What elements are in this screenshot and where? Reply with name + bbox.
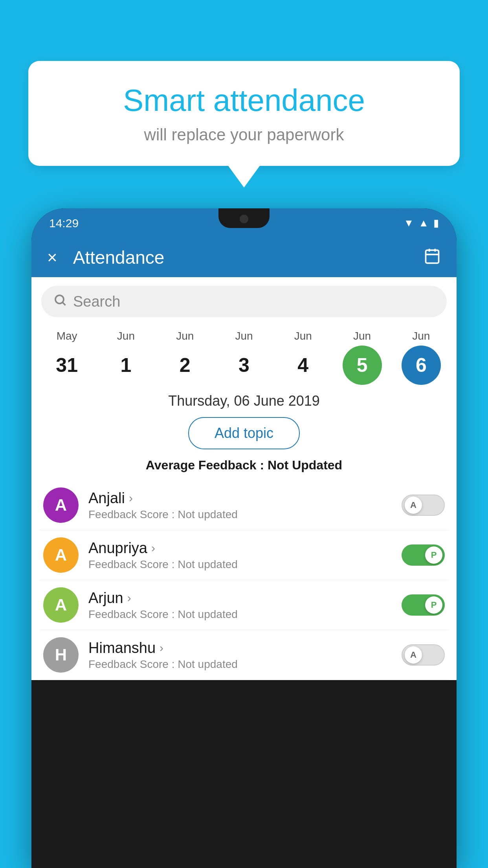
toggle-anupriya[interactable]: P (402, 544, 445, 566)
student-item-arjun[interactable]: A Arjun › Feedback Score : Not updated P (39, 580, 449, 630)
date-may31[interactable]: May 31 (41, 330, 92, 385)
toggle-thumb-himanshu: A (405, 646, 422, 664)
selected-date-label: Thursday, 06 June 2019 (31, 385, 457, 413)
search-placeholder: Search (73, 293, 120, 310)
calendar-icon[interactable] (424, 247, 441, 268)
search-icon (53, 293, 67, 311)
date-jun5[interactable]: Jun 5 (337, 330, 388, 385)
chevron-icon-anupriya: › (151, 541, 155, 555)
feedback-himanshu: Feedback Score : Not updated (88, 658, 402, 671)
date-jun4[interactable]: Jun 4 (277, 330, 328, 385)
date-jun3[interactable]: Jun 3 (218, 330, 270, 385)
toggle-arjun[interactable]: P (402, 594, 445, 616)
chevron-icon-anjali: › (129, 491, 133, 505)
speech-bubble-container: Smart attendance will replace your paper… (28, 61, 460, 188)
student-name-anupriya: Anupriya › (88, 540, 402, 557)
close-button[interactable]: × (47, 248, 57, 267)
toggle-thumb-anjali: A (405, 497, 422, 514)
svg-point-4 (55, 295, 64, 303)
status-icons: ▼ ▲ ▮ (404, 217, 439, 229)
avg-feedback-value: Not Updated (268, 458, 342, 472)
attendance-toggle-anjali[interactable]: A (402, 495, 445, 516)
feedback-anjali: Feedback Score : Not updated (88, 508, 402, 521)
student-item-anjali[interactable]: A Anjali › Feedback Score : Not updated … (39, 480, 449, 530)
student-name-arjun: Arjun › (88, 590, 402, 607)
toggle-himanshu[interactable]: A (402, 644, 445, 666)
student-info-anupriya: Anupriya › Feedback Score : Not updated (88, 540, 402, 571)
signal-icon: ▲ (418, 217, 429, 229)
phone-content: Search May 31 Jun 1 Jun 2 Jun 3 Jun 4 (31, 277, 457, 680)
speech-bubble: Smart attendance will replace your paper… (28, 61, 460, 166)
chevron-icon-himanshu: › (160, 641, 163, 655)
toggle-thumb-anupriya: P (425, 546, 442, 564)
avg-feedback: Average Feedback : Not Updated (31, 453, 457, 480)
attendance-toggle-arjun[interactable]: P (402, 594, 445, 616)
student-item-himanshu[interactable]: H Himanshu › Feedback Score : Not update… (39, 630, 449, 680)
app-header: × Attendance (31, 238, 457, 277)
wifi-icon: ▼ (404, 217, 414, 229)
feedback-arjun: Feedback Score : Not updated (88, 608, 402, 621)
speech-bubble-tail (228, 166, 260, 188)
date-jun2[interactable]: Jun 2 (160, 330, 211, 385)
toggle-thumb-arjun: P (425, 596, 442, 614)
svg-line-5 (63, 302, 66, 305)
avatar-himanshu: H (43, 637, 79, 673)
date-jun1[interactable]: Jun 1 (100, 330, 151, 385)
avg-feedback-label: Average Feedback : (146, 458, 264, 472)
date-jun6[interactable]: Jun 6 (396, 330, 447, 385)
student-name-anjali: Anjali › (88, 490, 402, 507)
add-topic-button[interactable]: Add topic (188, 417, 300, 449)
attendance-toggle-anupriya[interactable]: P (402, 544, 445, 566)
phone-frame: 14:29 ▼ ▲ ▮ × Attendance (31, 208, 457, 868)
status-time: 14:29 (49, 217, 79, 230)
avatar-arjun: A (43, 587, 79, 623)
search-bar[interactable]: Search (41, 286, 447, 317)
speech-bubble-subtitle: will replace your paperwork (52, 125, 436, 144)
student-item-anupriya[interactable]: A Anupriya › Feedback Score : Not update… (39, 530, 449, 580)
svg-rect-0 (426, 250, 439, 263)
avatar-anupriya: A (43, 537, 79, 573)
toggle-anjali[interactable]: A (402, 495, 445, 516)
speech-bubble-title: Smart attendance (52, 83, 436, 118)
phone-notch (218, 208, 270, 228)
header-title: Attendance (73, 247, 424, 268)
chevron-icon-arjun: › (127, 591, 131, 605)
student-info-himanshu: Himanshu › Feedback Score : Not updated (88, 640, 402, 671)
student-name-himanshu: Himanshu › (88, 640, 402, 657)
student-list: A Anjali › Feedback Score : Not updated … (31, 480, 457, 680)
avatar-anjali: A (43, 487, 79, 523)
student-info-anjali: Anjali › Feedback Score : Not updated (88, 490, 402, 521)
calendar-row: May 31 Jun 1 Jun 2 Jun 3 Jun 4 Jun 5 (31, 326, 457, 385)
attendance-toggle-himanshu[interactable]: A (402, 644, 445, 666)
battery-icon: ▮ (433, 217, 439, 229)
feedback-anupriya: Feedback Score : Not updated (88, 558, 402, 571)
student-info-arjun: Arjun › Feedback Score : Not updated (88, 590, 402, 621)
camera-dot (240, 215, 248, 223)
status-bar: 14:29 ▼ ▲ ▮ (31, 208, 457, 238)
